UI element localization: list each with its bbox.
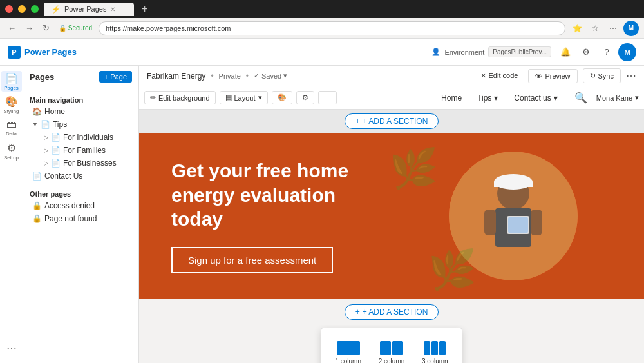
sidebar-item-setup[interactable]: ⚙ Set up xyxy=(1,141,22,161)
saved-dropdown[interactable]: ▾ xyxy=(283,72,287,80)
nav-home-link[interactable]: Home xyxy=(433,91,469,105)
edit-code-label: Edit code xyxy=(489,72,518,79)
section-layout-popup: 1 column 2 column xyxy=(321,328,462,364)
refresh-button[interactable]: ↻ xyxy=(40,22,52,34)
active-tab[interactable]: ⚡ Power Pages ✕ xyxy=(44,3,134,16)
styling-label: Styling xyxy=(3,108,19,114)
sidebar-item-data[interactable]: 🗃 Data xyxy=(1,117,22,138)
add-section-button[interactable]: + + ADD A SECTION xyxy=(345,304,439,320)
sidebar-item-pages[interactable]: 📄 Pages xyxy=(1,71,22,92)
nav-item-contact-label: Contact Us xyxy=(44,172,82,181)
3col-block-1 xyxy=(424,341,430,355)
separator2: • xyxy=(246,72,249,81)
svg-text:P: P xyxy=(12,48,16,56)
access-denied-icon: 🔒 xyxy=(32,201,42,210)
other-pages-section-title: Other pages xyxy=(23,188,138,199)
app-logo: P Power Pages xyxy=(8,46,77,59)
user-avatar[interactable]: M xyxy=(618,43,636,61)
tab-close-button[interactable]: ✕ xyxy=(110,6,115,13)
nav-item-for-individuals[interactable]: ▷ 📄 For Individuals xyxy=(23,131,138,144)
help-icon[interactable]: ? xyxy=(598,43,616,61)
nav-item-tips[interactable]: ▼ 📄 Tips xyxy=(23,118,138,131)
window-controls xyxy=(5,5,39,13)
color-button[interactable]: 🎨 xyxy=(272,91,292,104)
notifications-icon[interactable]: 🔔 xyxy=(556,43,574,61)
nav-item-page-not-found[interactable]: 🔒 Page not found xyxy=(23,212,138,225)
nav-user[interactable]: Mona Kane ▾ xyxy=(596,93,639,102)
main-area: 📄 Pages 🎨 Styling 🗃 Data ⚙ Set up ⋯ xyxy=(0,66,644,363)
styling-icon: 🎨 xyxy=(5,95,18,108)
add-section-plus-top: + xyxy=(355,117,360,126)
hero-cta-label: Sign up for a free assessment xyxy=(188,255,316,266)
edit-code-button[interactable]: ✕ Edit code xyxy=(475,69,523,83)
add-section-top-button[interactable]: + + ADD A SECTION xyxy=(345,113,439,129)
hero-content: Get your free home energy evaluation tod… xyxy=(139,133,417,299)
settings-icon[interactable]: ⋯ xyxy=(605,21,621,36)
extensions-icon[interactable]: ⭐ xyxy=(569,21,585,36)
section-option-2col[interactable]: 2 column xyxy=(372,336,410,364)
setup-icon: ⚙ xyxy=(7,142,16,154)
more-icon: ⋯ xyxy=(324,93,331,102)
hero-title: Get your free home energy evaluation tod… xyxy=(171,159,384,231)
sync-button[interactable]: ↻ Sync xyxy=(583,68,621,83)
nav-tips-link[interactable]: Tips ▾ xyxy=(469,91,506,105)
settings-icon[interactable]: ⚙ xyxy=(577,43,595,61)
home-page-icon: 🏠 xyxy=(32,107,42,116)
forward-button[interactable]: → xyxy=(23,22,36,34)
new-tab-button[interactable]: + xyxy=(139,3,150,15)
maximize-button[interactable] xyxy=(31,5,39,13)
for-businesses-page-icon: 📄 xyxy=(51,159,61,168)
hero-cta-button[interactable]: Sign up for a free assessment xyxy=(171,247,333,273)
saved-indicator: ✓ Saved ▾ xyxy=(254,72,287,80)
browser-actions: ⭐ ☆ ⋯ M xyxy=(569,21,639,36)
nav-item-for-individuals-label: For Individuals xyxy=(63,133,113,142)
layout-button[interactable]: ▤ Layout ▾ xyxy=(220,91,268,104)
nav-bar-preview: Home Tips ▾ Contact us ▾ xyxy=(433,91,565,105)
sidebar-item-styling[interactable]: 🎨 Styling xyxy=(1,94,22,115)
close-button[interactable] xyxy=(5,5,13,13)
nav-item-for-businesses[interactable]: ▷ 📄 For Businesses xyxy=(23,157,138,170)
contact-page-icon: 📄 xyxy=(32,172,42,181)
nav-user-name: Mona Kane xyxy=(596,94,632,102)
nav-item-home[interactable]: 🏠 Home xyxy=(23,105,138,118)
section-option-1col[interactable]: 1 column xyxy=(329,336,367,364)
page-canvas[interactable]: + + ADD A SECTION 🌿 🌿 Get your free home… xyxy=(139,110,644,363)
nav-item-for-businesses-label: For Businesses xyxy=(63,159,117,168)
section-settings-button[interactable]: ⚙ xyxy=(296,91,314,104)
sidebar-item-more[interactable]: ⋯ xyxy=(1,337,22,358)
canvas-area: Fabrikam Energy • Private • ✓ Saved ▾ ✕ … xyxy=(139,66,644,363)
nav-user-dropdown: ▾ xyxy=(635,93,639,102)
edit-background-button[interactable]: ✏ Edit background xyxy=(144,91,216,104)
nav-contact-link[interactable]: Contact us ▾ xyxy=(506,91,565,105)
nav-item-access-denied[interactable]: 🔒 Access denied xyxy=(23,199,138,212)
header-icons: 🔔 ⚙ ? M xyxy=(556,43,636,61)
section-option-3col[interactable]: 3 column xyxy=(416,336,454,364)
browser-profile-icon[interactable]: M xyxy=(623,21,639,36)
env-icon: 👤 xyxy=(431,48,440,56)
tab-favicon: ⚡ xyxy=(52,5,61,14)
more-icon: ⋯ xyxy=(6,342,17,354)
settings-icon: ⚙ xyxy=(302,93,308,102)
dots-menu-icon[interactable]: ⋯ xyxy=(626,70,636,82)
more-options-button[interactable]: ⋯ xyxy=(318,91,337,104)
add-section-label: + ADD A SECTION xyxy=(363,308,428,317)
pages-label: Pages xyxy=(4,85,19,91)
pages-navigation: Main navigation 🏠 Home ▼ 📄 Tips ▷ 📄 For … xyxy=(23,88,138,363)
nav-item-page-not-found-label: Page not found xyxy=(44,214,97,223)
preview-button[interactable]: 👁 Preview xyxy=(528,69,577,83)
add-page-button[interactable]: + Page xyxy=(99,71,132,83)
2col-icon xyxy=(380,340,403,355)
nav-item-for-families[interactable]: ▷ 📄 For Families xyxy=(23,144,138,157)
back-button[interactable]: ← xyxy=(5,22,19,34)
nav-search-icon[interactable]: 🔍 xyxy=(571,92,591,104)
minimize-button[interactable] xyxy=(18,5,26,13)
1col-block xyxy=(337,341,360,355)
page-info-bar: Fabrikam Energy • Private • ✓ Saved ▾ ✕ … xyxy=(139,66,644,86)
nav-item-contact-us[interactable]: 📄 Contact Us xyxy=(23,170,138,182)
env-name: PagesPublicPrev... xyxy=(488,46,551,57)
data-label: Data xyxy=(6,131,17,137)
address-bar-row: ← → ↻ 🔒 Secured ⭐ ☆ ⋯ M xyxy=(0,18,644,39)
favorites-icon[interactable]: ☆ xyxy=(587,21,603,36)
svg-rect-5 xyxy=(494,182,533,187)
address-input[interactable] xyxy=(99,21,565,35)
